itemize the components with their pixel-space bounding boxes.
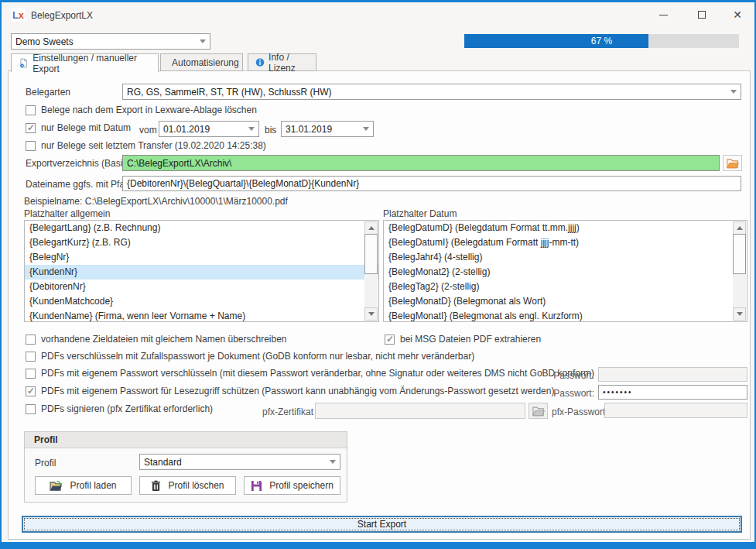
- tab-einstellungen[interactable]: Einstellungen / manueller Export: [11, 53, 159, 72]
- example-filename: Beispielname: C:\BelegExportLX\Archiv\10…: [24, 196, 288, 207]
- pfx-cert-label: pfx-Zertifikat: [262, 407, 313, 417]
- minimize-icon: [659, 15, 668, 15]
- profile-save-button[interactable]: Profil speichern: [244, 476, 340, 495]
- password1-input[interactable]: [598, 367, 747, 382]
- list-item[interactable]: {BelegartLang} (z.B. Rechnung): [25, 221, 378, 235]
- scroll-down-button[interactable]: [733, 307, 746, 321]
- read-password-checkbox[interactable]: PDFs mit eigenem Passwort für Lesezugrif…: [26, 386, 554, 396]
- vom-label: vom: [139, 125, 157, 136]
- list-item[interactable]: {BelegartKurz} (z.B. RG): [25, 235, 378, 250]
- list-item-selected[interactable]: {KundenNr}: [25, 265, 378, 280]
- random-password-checkbox[interactable]: PDFs verschlüsseln mit Zufallspasswort j…: [26, 351, 474, 362]
- placeholders-date-list[interactable]: {BelegDatumD} (Belegdatum Format tt.mm.j…: [383, 220, 747, 322]
- list-item[interactable]: {BelegTag2} (2-stellig): [384, 280, 747, 294]
- folder-open-icon: [727, 158, 739, 169]
- date-to-value: 31.01.2019: [286, 124, 332, 135]
- tab-info-lizenz[interactable]: Info / Lizenz: [248, 53, 316, 71]
- overwrite-checkbox[interactable]: vorhandene Zieldateien mit gleichem Name…: [26, 334, 287, 345]
- profile-load-button[interactable]: Profil laden: [35, 476, 132, 495]
- placeholders-general-list[interactable]: {BelegartLang} (z.B. Rechnung) {Belegart…: [24, 220, 379, 322]
- overwrite-label: vorhandene Zieldateien mit gleichem Name…: [41, 334, 287, 345]
- profile-select[interactable]: Standard: [139, 454, 340, 470]
- checkbox-icon: [385, 335, 395, 345]
- chevron-down-icon: [200, 39, 206, 43]
- chevron-down-icon: [248, 127, 255, 131]
- app-window: Lx BelegExportLX ✕ Demo Sweets 67 % Eins…: [0, 0, 756, 549]
- since-last-transfer-checkbox[interactable]: nur Belege seit letztem Transfer (19.02.…: [26, 140, 266, 151]
- tab-automatisierung-label: Automatisierung: [172, 57, 239, 68]
- progress-label: 67 %: [464, 34, 739, 48]
- export-dir-value: C:\BelegExportLX\Archiv\: [127, 158, 231, 169]
- list-item[interactable]: {BelegDatumD} (Belegdatum Format tt.mm.j…: [384, 221, 747, 235]
- placeholders-general-label: Platzhalter allgemein: [24, 208, 110, 219]
- profile-load-label: Profil laden: [70, 480, 116, 491]
- list-item[interactable]: {KundenMatchcode}: [25, 294, 378, 309]
- triangle-down-icon: [368, 312, 375, 316]
- scroll-down-button[interactable]: [364, 307, 378, 321]
- list-item[interactable]: {BelegMonat2} (2-stellig): [384, 265, 747, 280]
- date-filter-checkbox[interactable]: nur Belege mit Datum: [26, 122, 131, 133]
- scrollbar-thumb[interactable]: [364, 234, 378, 274]
- filename-input[interactable]: {DebitorenNr}\{BelegQuartal}\{BelegMonat…: [122, 176, 741, 191]
- profile-save-label: Profil speichern: [269, 480, 334, 491]
- belegarten-label: Belegarten: [26, 87, 70, 98]
- close-button[interactable]: ✕: [729, 7, 746, 22]
- scroll-up-button[interactable]: [733, 221, 746, 235]
- list-item[interactable]: {BelegMonatD} (Belegmonat als Wort): [384, 294, 747, 309]
- belegarten-select[interactable]: RG, GS, SammelR, ST, TR (HW), SchlussR (…: [122, 84, 741, 100]
- triangle-down-icon: [737, 312, 743, 316]
- list-item[interactable]: {KundenName} (Firma, wenn leer Vorname +…: [25, 309, 378, 322]
- browse-export-dir-button[interactable]: [723, 155, 742, 171]
- date-to-picker[interactable]: 31.01.2019: [281, 121, 374, 137]
- profile-groupbox: Profil Profil Standard Profil laden: [24, 431, 347, 503]
- password2-input[interactable]: •••••••: [598, 385, 747, 400]
- checkbox-icon: [26, 369, 36, 379]
- checkbox-icon: [26, 404, 36, 414]
- progress-bar: 67 %: [464, 34, 739, 48]
- checkbox-icon: [26, 352, 36, 362]
- scroll-up-button[interactable]: [364, 221, 378, 235]
- info-icon: [255, 57, 265, 68]
- date-from-picker[interactable]: 01.01.2019: [159, 121, 259, 137]
- chevron-down-icon: [730, 90, 737, 94]
- profile-groupbox-title: Profil: [25, 432, 347, 448]
- checkbox-icon: [26, 141, 36, 151]
- sign-pdf-checkbox[interactable]: PDFs signieren (pfx Zertifikat erforderl…: [26, 403, 213, 414]
- pfx-password-input[interactable]: [604, 403, 747, 418]
- list-item[interactable]: {BelegNr}: [25, 250, 378, 265]
- export-dir-input[interactable]: C:\BelegExportLX\Archiv\: [122, 155, 720, 171]
- list-item[interactable]: {BelegDatumI} (Belegdatum Formatt jjjj-m…: [384, 235, 747, 250]
- browse-pfx-cert-button[interactable]: [529, 403, 548, 419]
- export-dir-label: Exportverzeichnis (Basis): [26, 158, 130, 169]
- folder-open-disabled-icon: [532, 406, 545, 417]
- checkbox-icon: [26, 123, 36, 133]
- own-password-checkbox[interactable]: PDFs mit eigenem Passwort verschlüsseln …: [26, 368, 594, 379]
- chevron-down-icon: [330, 460, 336, 464]
- date-filter-label: nur Belege mit Datum: [41, 122, 131, 133]
- start-export-button[interactable]: Start Export: [22, 516, 742, 533]
- list-item[interactable]: {BelegMonatI} (Belegmonat als engl. Kurz…: [384, 309, 747, 322]
- delete-after-export-checkbox[interactable]: Belege nach dem Export in Lexware-Ablage…: [26, 105, 257, 115]
- password1-label: Passwort:: [548, 370, 594, 381]
- list-item[interactable]: {DebitorenNr}: [25, 280, 378, 294]
- maximize-button[interactable]: [693, 7, 710, 22]
- pfx-cert-input[interactable]: [315, 403, 525, 419]
- scrollbar[interactable]: [733, 221, 746, 321]
- profile-delete-button[interactable]: Profil löschen: [139, 476, 236, 495]
- triangle-up-icon: [368, 226, 375, 230]
- scrollbar[interactable]: [364, 221, 378, 321]
- delete-after-export-label: Belege nach dem Export in Lexware-Ablage…: [41, 105, 257, 115]
- list-item[interactable]: {BelegJahr4} (4-stellig): [384, 250, 747, 265]
- msg-extract-label: bei MSG Dateien PDF extrahieren: [400, 334, 541, 345]
- company-select[interactable]: Demo Sweets: [11, 33, 210, 50]
- checkbox-icon: [26, 386, 36, 396]
- msg-extract-checkbox[interactable]: bei MSG Dateien PDF extrahieren: [385, 334, 541, 345]
- minimize-button[interactable]: [655, 7, 672, 22]
- pfx-password-label: pfx-Passwort: [552, 407, 605, 417]
- profile-select-value: Standard: [144, 457, 182, 468]
- tab-automatisierung[interactable]: Automatisierung: [160, 53, 243, 71]
- scrollbar-thumb[interactable]: [733, 234, 746, 274]
- folder-load-icon: [50, 480, 63, 492]
- triangle-up-icon: [737, 226, 743, 230]
- tab-einstellungen-label: Einstellungen / manueller Export: [32, 53, 151, 74]
